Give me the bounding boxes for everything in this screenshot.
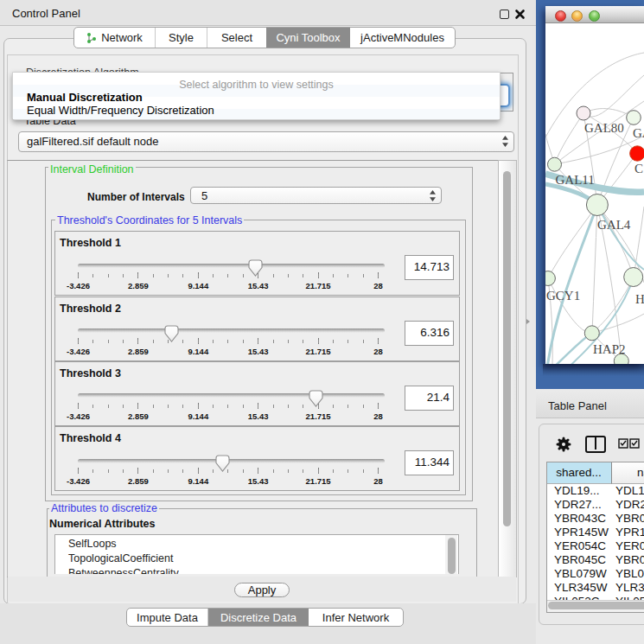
svg-text:GAL4: GAL4 bbox=[597, 218, 631, 232]
svg-text:HAP2: HAP2 bbox=[593, 342, 626, 356]
svg-text:GAL80: GAL80 bbox=[584, 121, 624, 135]
svg-text:GAL11: GAL11 bbox=[556, 173, 595, 187]
svg-text:H: H bbox=[635, 292, 644, 306]
svg-text:GCY1: GCY1 bbox=[546, 289, 580, 303]
svg-text:C: C bbox=[634, 162, 643, 175]
svg-text:GA: GA bbox=[633, 126, 644, 140]
